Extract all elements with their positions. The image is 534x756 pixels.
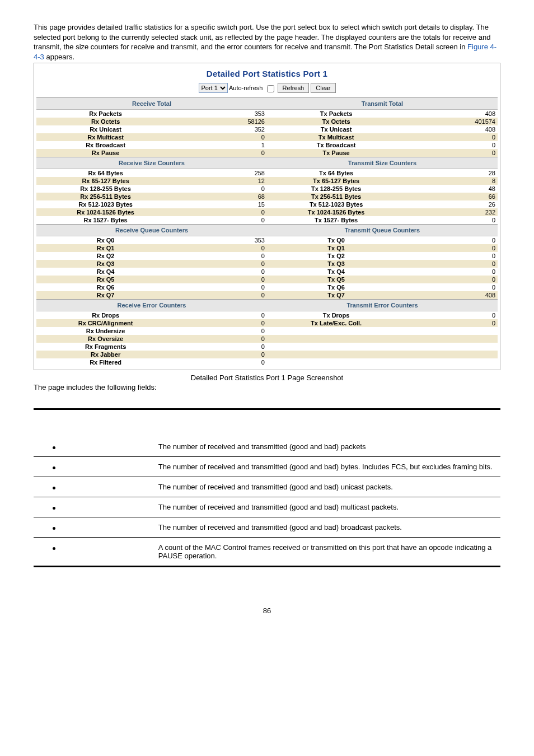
autorefresh-label: Auto-refresh (229, 85, 263, 91)
tx-value: 0 (405, 260, 498, 268)
tx-value: 408 (405, 291, 498, 300)
rx-value: 0 (175, 276, 267, 283)
tx-value (405, 358, 498, 366)
rx-value: 0 (175, 208, 267, 216)
rx-label: Rx Drops (36, 311, 175, 319)
rx-label: Rx Broadcast (36, 141, 175, 149)
description-bullet-cell (34, 517, 155, 537)
rx-value: 68 (175, 193, 267, 200)
tx-label: Tx Drops (267, 311, 405, 319)
description-row: A count of the MAC Control frames receiv… (34, 537, 500, 566)
stats-row: Rx Broadcast1Tx Broadcast0 (36, 141, 498, 149)
rx-label: Rx Pause (36, 149, 175, 157)
rx-value: 0 (175, 252, 267, 260)
rx-label: Rx Q1 (36, 244, 175, 252)
refresh-button[interactable]: Refresh (278, 83, 310, 93)
tx-label: Tx Q0 (267, 236, 405, 244)
rx-section-header: Receive Error Counters (36, 299, 267, 311)
tx-label: Tx Q5 (267, 276, 405, 283)
description-text: The number of received and transmitted (… (155, 437, 500, 457)
rx-value: 0 (175, 216, 267, 225)
stats-row: Rx Q10Tx Q10 (36, 244, 498, 252)
rx-value: 58126 (175, 118, 267, 125)
tx-value (405, 343, 498, 351)
description-bullet-cell (34, 456, 155, 477)
rx-value: 12 (175, 177, 267, 185)
tx-value: 0 (405, 216, 498, 225)
rx-value: 0 (175, 319, 267, 327)
tx-label: Tx 512-1023 Bytes (267, 200, 405, 208)
rx-label: Rx 512-1023 Bytes (36, 200, 175, 208)
tx-value: 0 (405, 268, 498, 276)
screenshot-title: Detailed Port Statistics Port 1 (36, 66, 498, 83)
clear-button[interactable]: Clear (311, 83, 335, 93)
rx-label: Rx Jabber (36, 351, 175, 358)
tx-label: Tx Packets (267, 109, 405, 118)
tx-value: 0 (405, 149, 498, 157)
section-header-row: Receive Queue CountersTransmit Queue Cou… (36, 224, 498, 236)
stats-row: Rx Q60Tx Q60 (36, 283, 498, 291)
rx-value: 15 (175, 200, 267, 208)
rx-value: 0 (175, 335, 267, 343)
tx-label: Tx Pause (267, 149, 405, 157)
rx-value: 353 (175, 236, 267, 244)
stats-row: Rx 512-1023 Bytes15Tx 512-1023 Bytes26 (36, 200, 498, 208)
rx-value: 0 (175, 283, 267, 291)
rx-value: 258 (175, 169, 267, 177)
tx-value: 408 (405, 109, 498, 118)
intro-text-suffix: appears. (46, 53, 74, 61)
rx-label: Rx Fragments (36, 343, 175, 351)
tx-value: 0 (405, 252, 498, 260)
port-select[interactable]: Port 1 (199, 83, 228, 93)
tx-label: Tx Unicast (267, 125, 405, 133)
stats-row: Rx 128-255 Bytes0Tx 128-255 Bytes48 (36, 185, 498, 193)
stats-row: Rx CRC/Alignment0Tx Late/Exc. Coll.0 (36, 319, 498, 327)
rx-label: Rx Q2 (36, 252, 175, 260)
rx-label: Rx 1527- Bytes (36, 216, 175, 225)
rx-section-header: Receive Size Counters (36, 157, 267, 169)
stats-row: Rx Jabber0 (36, 351, 498, 358)
tx-label (267, 358, 405, 366)
fields-lead: The page includes the following fields: (34, 383, 500, 391)
rx-label: Rx Q3 (36, 260, 175, 268)
stats-row: Rx 1527- Bytes0Tx 1527- Bytes0 (36, 216, 498, 225)
tx-value: 401574 (405, 118, 498, 125)
bullet-icon (53, 527, 55, 530)
tx-section-header: Transmit Total (267, 97, 498, 109)
bullet-icon (53, 487, 55, 489)
stats-row: Rx Q30Tx Q30 (36, 260, 498, 268)
rx-value: 0 (175, 343, 267, 351)
rx-label: Rx 128-255 Bytes (36, 185, 175, 193)
stats-row: Rx 1024-1526 Bytes0Tx 1024-1526 Bytes232 (36, 208, 498, 216)
bullet-icon (53, 466, 55, 469)
intro-text-prefix: This page provides detailed traffic stat… (34, 23, 490, 51)
tx-label: Tx 256-511 Bytes (267, 193, 405, 200)
tx-value (405, 327, 498, 335)
rx-label: Rx Packets (36, 109, 175, 118)
stats-row: Rx Fragments0 (36, 343, 498, 351)
description-row: The number of received and transmitted (… (34, 477, 500, 497)
description-bullet-cell (34, 477, 155, 497)
stats-row: Rx Packets353Tx Packets408 (36, 109, 498, 118)
bullet-icon (53, 446, 55, 449)
tx-section-header: Transmit Queue Counters (267, 224, 498, 236)
bullet-icon (53, 507, 55, 510)
description-bullet-cell (34, 497, 155, 517)
tx-label: Tx Q7 (267, 291, 405, 300)
stats-row: Rx Unicast352Tx Unicast408 (36, 125, 498, 133)
description-table: The number of received and transmitted (… (34, 408, 500, 567)
tx-label (267, 351, 405, 358)
rx-value: 0 (175, 311, 267, 319)
stats-row: Rx Pause0Tx Pause0 (36, 149, 498, 157)
screenshot-toolbar: Port 1 Auto-refresh Refresh Clear (36, 83, 498, 97)
rx-value: 0 (175, 260, 267, 268)
stats-row: Rx Oversize0 (36, 335, 498, 343)
description-row: The number of received and transmitted (… (34, 517, 500, 537)
autorefresh-checkbox[interactable] (267, 85, 274, 92)
description-text: The number of received and transmitted (… (155, 456, 500, 477)
rx-label: Rx Q7 (36, 291, 175, 300)
page-number: 86 (34, 606, 500, 615)
tx-value: 0 (405, 311, 498, 319)
tx-label: Tx 1024-1526 Bytes (267, 208, 405, 216)
stats-row: Rx Multicast0Tx Multicast0 (36, 133, 498, 141)
